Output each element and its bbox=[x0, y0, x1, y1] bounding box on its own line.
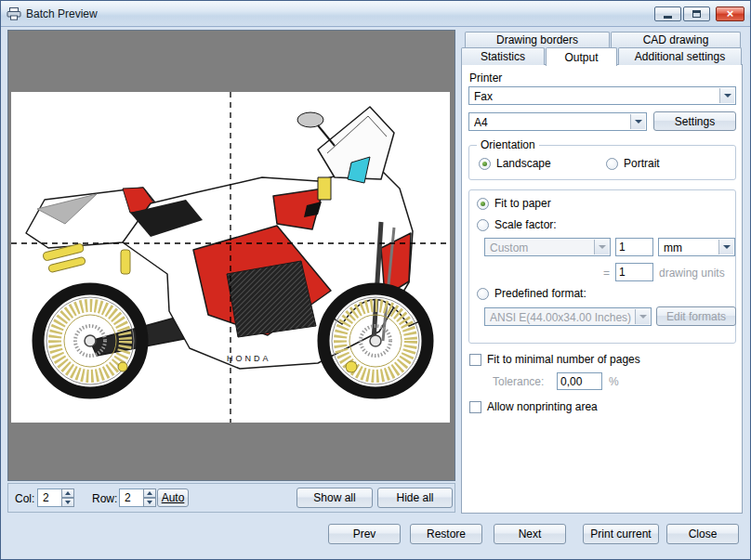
col-spinner[interactable] bbox=[37, 488, 74, 507]
maximize-button[interactable] bbox=[683, 7, 710, 21]
row-label: Row: bbox=[92, 492, 117, 505]
drawing-units-input[interactable] bbox=[615, 263, 653, 281]
scale-unit-select[interactable]: mm bbox=[658, 238, 735, 256]
printer-select-value: Fax bbox=[474, 90, 718, 103]
allow-nonprinting-label: Allow nonprinting area bbox=[487, 400, 598, 413]
chevron-down-icon bbox=[635, 120, 642, 124]
fit-to-paper-label: Fit to paper bbox=[494, 197, 551, 210]
orientation-group: Orientation Landscape Portrait bbox=[468, 145, 736, 180]
fit-minimal-pages-label: Fit to minimal number of pages bbox=[487, 353, 640, 366]
scale-type-value: Custom bbox=[490, 241, 593, 254]
allow-nonprinting-row[interactable]: Allow nonprinting area bbox=[469, 400, 598, 413]
minimize-button[interactable] bbox=[654, 7, 681, 21]
print-current-button[interactable]: Print current bbox=[583, 524, 659, 544]
restore-label: Restore bbox=[427, 527, 466, 540]
allow-nonprinting-checkbox[interactable] bbox=[469, 401, 481, 413]
preview-panel: HONDA Col: Row: bbox=[7, 30, 455, 513]
col-down-button[interactable] bbox=[61, 498, 74, 507]
fit-to-paper-radio-row[interactable]: Fit to paper bbox=[477, 197, 551, 210]
col-label: Col: bbox=[15, 492, 34, 505]
landscape-radio[interactable] bbox=[479, 158, 491, 170]
scale-factor-label: Scale factor: bbox=[494, 218, 557, 231]
drawing-units-label: drawing units bbox=[659, 267, 725, 280]
scale-type-select: Custom bbox=[484, 238, 611, 256]
edit-formats-label: Edit formats bbox=[666, 310, 726, 323]
preview-area[interactable]: HONDA bbox=[7, 30, 455, 481]
printer-select[interactable]: Fax bbox=[468, 86, 736, 105]
close-dialog-button[interactable]: Close bbox=[666, 524, 739, 544]
paper-size-select[interactable]: A4 bbox=[468, 112, 647, 131]
chevron-down-icon bbox=[147, 501, 152, 504]
tab-row-front: Statistics Output Additional settings bbox=[461, 47, 743, 65]
tab-cad-drawing[interactable]: CAD drawing bbox=[611, 32, 741, 47]
preview-controls-strip: Col: Row: Auto Show all Hide all bbox=[7, 483, 455, 513]
format-select-value: ANSI E(44.00x34.00 Inches) bbox=[490, 311, 634, 324]
chevron-down-icon bbox=[599, 245, 606, 249]
tab-output[interactable]: Output bbox=[546, 47, 617, 66]
scale-type-dropdown bbox=[594, 240, 609, 254]
row-spinner[interactable] bbox=[119, 488, 156, 507]
col-input[interactable] bbox=[37, 488, 61, 507]
row-down-button[interactable] bbox=[143, 498, 156, 507]
preview-page[interactable]: HONDA bbox=[11, 92, 450, 423]
restore-button[interactable]: Restore bbox=[410, 524, 482, 544]
tab-row-back: Drawing borders CAD drawing bbox=[465, 32, 742, 47]
motorcycle-drawing: HONDA bbox=[11, 92, 450, 423]
printer-select-dropdown[interactable] bbox=[719, 88, 734, 103]
scale-unit-dropdown[interactable] bbox=[718, 240, 733, 254]
scale-factor-radio[interactable] bbox=[477, 219, 489, 231]
next-label: Next bbox=[519, 527, 542, 540]
settings-button[interactable]: Settings bbox=[653, 111, 736, 131]
output-tab-page: Printer Fax A4 Settings Orientation Land… bbox=[461, 64, 743, 514]
settings-button-label: Settings bbox=[675, 115, 715, 128]
format-select: ANSI E(44.00x34.00 Inches) bbox=[484, 307, 652, 326]
predefined-format-radio[interactable] bbox=[477, 288, 489, 300]
close-dialog-label: Close bbox=[689, 527, 718, 540]
auto-button[interactable]: Auto bbox=[157, 488, 189, 507]
tab-label: Drawing borders bbox=[496, 33, 578, 46]
predefined-format-radio-row[interactable]: Predefined format: bbox=[477, 287, 586, 300]
row-input[interactable] bbox=[119, 488, 143, 507]
portrait-label: Portrait bbox=[624, 157, 660, 170]
chevron-down-icon bbox=[723, 245, 731, 249]
fit-minimal-pages-checkbox[interactable] bbox=[469, 354, 481, 366]
tolerance-percent-label: % bbox=[609, 375, 619, 388]
portrait-radio[interactable] bbox=[606, 158, 618, 170]
print-current-label: Print current bbox=[590, 527, 651, 540]
row-up-button[interactable] bbox=[143, 488, 156, 498]
paper-size-dropdown[interactable] bbox=[630, 114, 645, 129]
landscape-radio-row[interactable]: Landscape bbox=[479, 157, 551, 170]
close-button[interactable]: × bbox=[716, 7, 744, 21]
fit-minimal-pages-row[interactable]: Fit to minimal number of pages bbox=[469, 353, 640, 366]
tolerance-label: Tolerance: bbox=[493, 375, 544, 388]
next-button[interactable]: Next bbox=[494, 524, 566, 544]
scale-group: Fit to paper Scale factor: Custom mm = bbox=[468, 189, 736, 344]
auto-button-label: Auto bbox=[162, 491, 185, 504]
chevron-up-icon bbox=[147, 491, 152, 495]
col-spinner-buttons bbox=[61, 488, 74, 507]
orientation-group-title: Orientation bbox=[477, 138, 539, 151]
tab-statistics[interactable]: Statistics bbox=[461, 47, 545, 65]
tolerance-input[interactable] bbox=[557, 372, 602, 390]
scale-value-input[interactable] bbox=[615, 238, 653, 256]
honda-logo-text: HONDA bbox=[227, 354, 271, 363]
show-all-label: Show all bbox=[313, 491, 355, 504]
tab-additional-settings[interactable]: Additional settings bbox=[618, 47, 742, 65]
paper-size-value: A4 bbox=[474, 116, 629, 129]
tab-drawing-borders[interactable]: Drawing borders bbox=[465, 32, 610, 47]
landscape-label: Landscape bbox=[496, 157, 551, 170]
scale-factor-radio-row[interactable]: Scale factor: bbox=[477, 218, 557, 231]
printer-icon bbox=[7, 7, 21, 20]
prev-button[interactable]: Prev bbox=[328, 524, 401, 544]
titlebar[interactable]: Batch Preview × bbox=[1, 1, 750, 27]
tab-label: Additional settings bbox=[635, 50, 725, 63]
scale-unit-value: mm bbox=[664, 241, 718, 254]
portrait-radio-row[interactable]: Portrait bbox=[606, 157, 660, 170]
show-all-button[interactable]: Show all bbox=[296, 488, 373, 508]
chevron-up-icon bbox=[65, 491, 71, 495]
chevron-down-icon bbox=[724, 94, 731, 98]
col-up-button[interactable] bbox=[61, 488, 74, 498]
predefined-format-label: Predefined format: bbox=[494, 287, 586, 300]
fit-to-paper-radio[interactable] bbox=[477, 198, 489, 210]
hide-all-button[interactable]: Hide all bbox=[377, 488, 453, 508]
